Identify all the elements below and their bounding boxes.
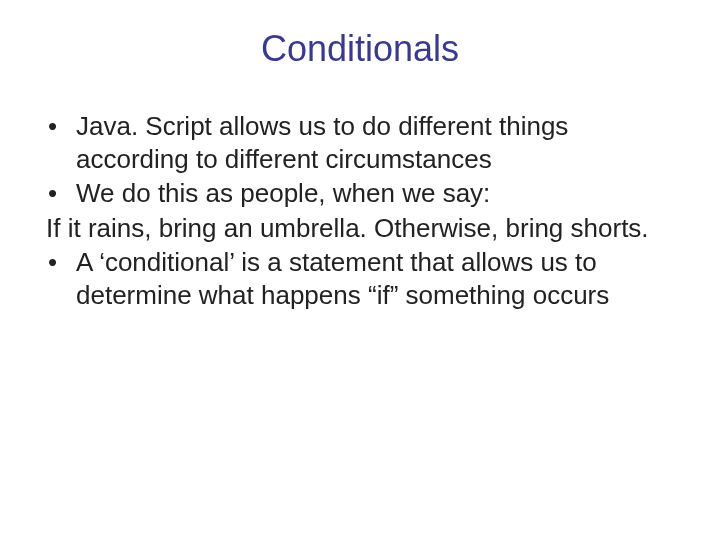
bullet-item: • Java. Script allows us to do different… [46, 110, 680, 175]
bullet-item: • A ‘conditional’ is a statement that al… [46, 246, 680, 311]
bullet-item: • We do this as people, when we say: [46, 177, 680, 210]
plain-line: If it rains, bring an umbrella. Otherwis… [46, 212, 680, 245]
bullet-icon: • [46, 110, 76, 143]
slide-body: • Java. Script allows us to do different… [40, 110, 680, 311]
bullet-icon: • [46, 246, 76, 279]
bullet-icon: • [46, 177, 76, 210]
slide-title: Conditionals [40, 28, 680, 70]
bullet-text: We do this as people, when we say: [76, 177, 680, 210]
bullet-text: A ‘conditional’ is a statement that allo… [76, 246, 680, 311]
slide: Conditionals • Java. Script allows us to… [0, 0, 720, 540]
bullet-text: Java. Script allows us to do different t… [76, 110, 680, 175]
